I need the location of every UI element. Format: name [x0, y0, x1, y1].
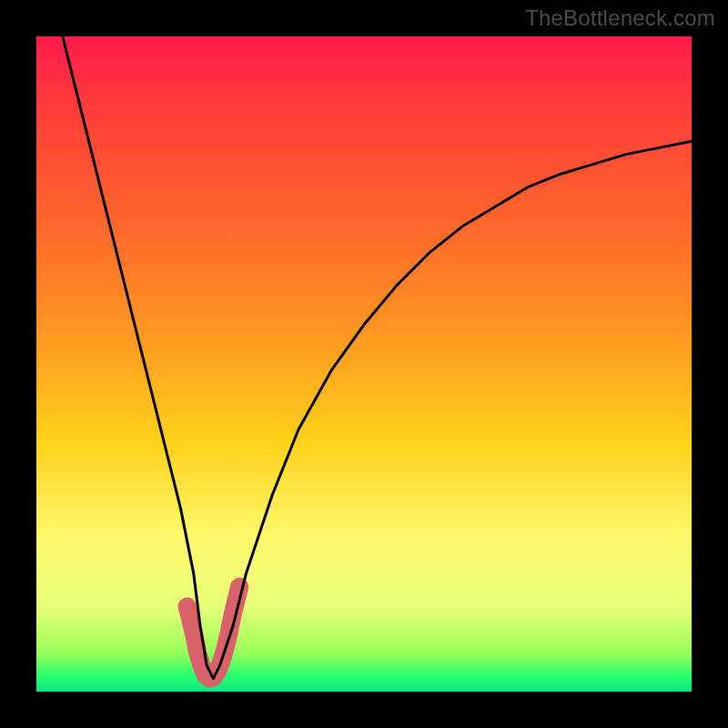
watermark-text: TheBottleneck.com — [525, 5, 715, 31]
curve-layer — [36, 36, 692, 692]
bottleneck-curve — [63, 36, 692, 679]
chart-frame: TheBottleneck.com — [0, 0, 728, 728]
plot-area — [36, 36, 692, 692]
